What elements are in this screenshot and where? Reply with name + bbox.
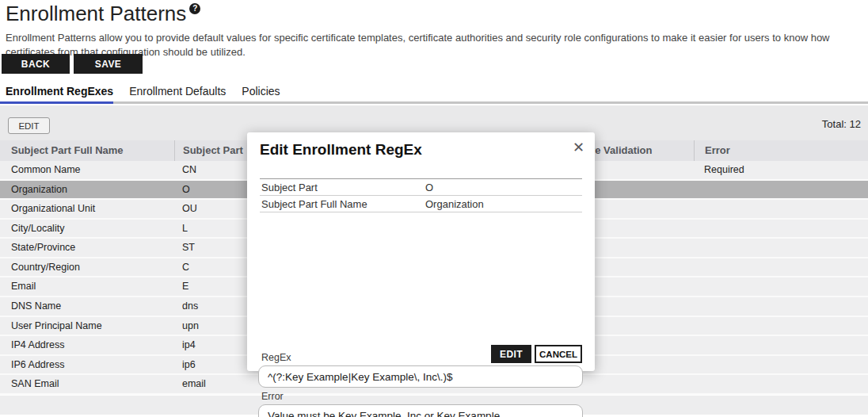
- modal-field-label: Subject Part: [260, 182, 425, 193]
- edit-button[interactable]: EDIT: [8, 117, 50, 134]
- cell-subject-part-full-name: User Principal Name: [0, 317, 174, 335]
- tab-rule: [0, 101, 868, 104]
- cell-error: [694, 375, 868, 393]
- cell-subject-part-full-name: IP4 Address: [0, 336, 174, 354]
- tab[interactable]: Policies: [242, 85, 280, 102]
- modal-field-row: Subject Part O: [260, 179, 582, 196]
- column-header: Subject Part Full Name: [0, 140, 174, 161]
- cell-subject-part-full-name: Organizational Unit: [0, 200, 174, 218]
- back-button[interactable]: BACK: [2, 54, 70, 74]
- cell-error: [694, 239, 868, 257]
- cell-subject-part-full-name: IP6 Address: [0, 356, 174, 374]
- modal-edit-button[interactable]: EDIT: [491, 345, 531, 363]
- cell-error: [694, 258, 868, 277]
- modal-cancel-button[interactable]: CANCEL: [535, 345, 582, 363]
- cell-subject-part-full-name: DNS Name: [0, 297, 174, 316]
- modal-field-value: O: [425, 182, 433, 193]
- cell-subject-part-full-name: Email: [0, 277, 174, 296]
- tab[interactable]: Enrollment Defaults: [129, 85, 226, 102]
- modal-field-value: Organization: [425, 198, 484, 210]
- cell-subject-part-full-name: Common Name: [0, 161, 174, 179]
- error-input[interactable]: [258, 404, 583, 417]
- tab-bar: Enrollment RegExesEnrollment DefaultsPol…: [6, 85, 280, 102]
- cell-subject-part-full-name: City/Locality: [0, 220, 174, 238]
- cell-subject-part-full-name: SAN Email: [0, 375, 174, 393]
- cell-error: [694, 220, 868, 238]
- cell-subject-part-full-name: State/Province: [0, 239, 174, 257]
- modal-field-label: Subject Part Full Name: [260, 198, 425, 210]
- total-count: Total: 12: [822, 118, 861, 130]
- cell-error: [694, 356, 868, 374]
- cell-subject-part-full-name: Country/Region: [0, 258, 174, 277]
- error-label: Error: [261, 391, 284, 402]
- modal-field-row: Subject Part Full Name Organization: [260, 196, 582, 212]
- close-icon[interactable]: ✕: [573, 139, 584, 156]
- modal-title: Edit Enrollment RegEx: [260, 141, 422, 159]
- tab[interactable]: Enrollment RegExes: [6, 85, 113, 102]
- cell-error: [694, 200, 868, 218]
- active-tab-underline: [0, 101, 113, 104]
- page: Enrollment Patterns? Enrollment Patterns…: [0, 0, 868, 417]
- tab-label: Policies: [242, 85, 280, 98]
- tab-label: Enrollment RegExes: [6, 85, 113, 98]
- regex-label: RegEx: [261, 352, 291, 363]
- cell-error: [694, 317, 868, 335]
- tab-label: Enrollment Defaults: [129, 85, 226, 98]
- cell-error: [694, 181, 868, 199]
- help-icon[interactable]: ?: [189, 3, 200, 14]
- edit-regex-modal: Edit Enrollment RegEx ✕ Subject Part O S…: [247, 132, 595, 371]
- cell-error: [694, 336, 868, 354]
- column-header: Error: [694, 140, 868, 161]
- cell-subject-part-full-name: Organization: [0, 181, 174, 199]
- cell-error: [694, 277, 868, 296]
- save-button[interactable]: SAVE: [74, 54, 143, 74]
- modal-field-list: Subject Part O Subject Part Full Name Or…: [260, 178, 582, 212]
- page-title-text: Enrollment Patterns: [6, 2, 186, 25]
- page-title: Enrollment Patterns?: [6, 2, 200, 26]
- cell-error: Required: [694, 161, 868, 179]
- cell-error: [694, 297, 868, 316]
- regex-input[interactable]: [258, 365, 583, 388]
